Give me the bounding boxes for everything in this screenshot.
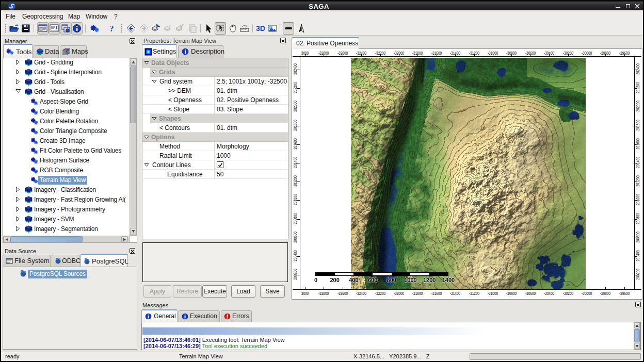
- svg-text:3D: 3D: [256, 24, 265, 32]
